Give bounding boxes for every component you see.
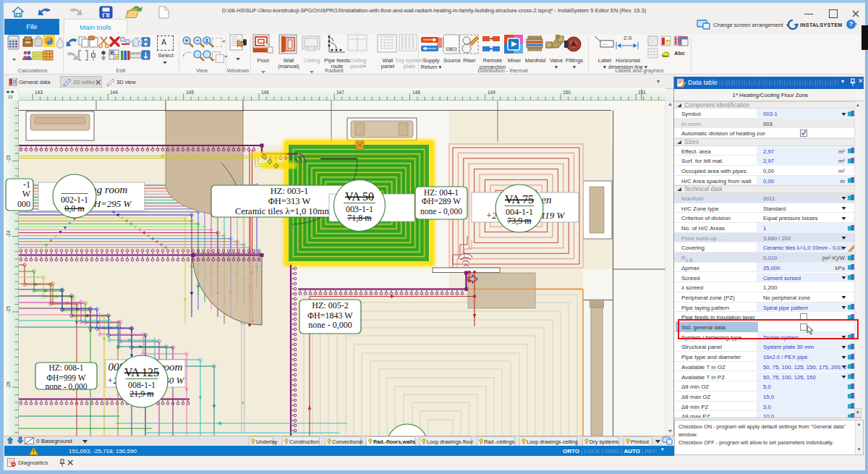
svg-text:150: 150 [563, 90, 571, 95]
svg-text:151: 151 [638, 90, 646, 95]
svg-text:145: 145 [186, 90, 194, 95]
svg-text:none - 0,000: none - 0,000 [46, 382, 88, 392]
svg-text:148: 148 [412, 90, 420, 95]
svg-text:ΦH=1843 W: ΦH=1843 W [307, 310, 353, 321]
svg-text:-26: -26 [6, 381, 11, 389]
svg-text:71,8 m: 71,8 m [347, 213, 372, 223]
svg-text:Ceramic tiles λ=1,0 10mm - 0: Ceramic tiles λ=1,0 10mm - 0 [235, 206, 344, 216]
svg-text:HZ: 003-1: HZ: 003-1 [271, 186, 308, 196]
svg-text:149: 149 [488, 90, 495, 95]
svg-text:HZ: 008-1: HZ: 008-1 [48, 363, 83, 372]
svg-text:0,0 m: 0,0 m [64, 203, 85, 213]
svg-text:-25: -25 [6, 306, 11, 313]
svg-text:-24: -24 [6, 230, 11, 237]
svg-text:146: 146 [261, 90, 269, 95]
svg-text:ΦH=313 W: ΦH=313 W [268, 196, 311, 206]
svg-text:VA 75: VA 75 [505, 193, 534, 206]
svg-text:ΦH=289 W: ΦH=289 W [422, 197, 461, 206]
svg-text:HZ: 004-1: HZ: 004-1 [424, 188, 459, 197]
svg-text:none - 0,000: none - 0,000 [420, 207, 462, 216]
svg-text:147: 147 [336, 90, 344, 95]
svg-text:-23: -23 [6, 155, 11, 162]
svg-text:-1: -1 [23, 179, 30, 190]
svg-text:ΦH=999 W: ΦH=999 W [47, 373, 86, 382]
svg-text:2.0: 2.0 [624, 35, 632, 41]
svg-text:21,9 m: 21,9 m [129, 389, 154, 399]
svg-text:23: 23 [8, 95, 13, 99]
svg-text:143: 143 [35, 90, 43, 95]
svg-text:73,9 m: 73,9 m [507, 216, 532, 226]
svg-text:HZ: 005-2: HZ: 005-2 [312, 300, 348, 310]
svg-text:000: 000 [17, 199, 30, 209]
svg-text:none - 0,000: none - 0,000 [308, 320, 352, 330]
svg-text:W: W [22, 189, 31, 199]
svg-text:VA 125: VA 125 [124, 366, 159, 378]
svg-text:VA 50: VA 50 [345, 190, 374, 203]
svg-text:144: 144 [110, 90, 118, 95]
